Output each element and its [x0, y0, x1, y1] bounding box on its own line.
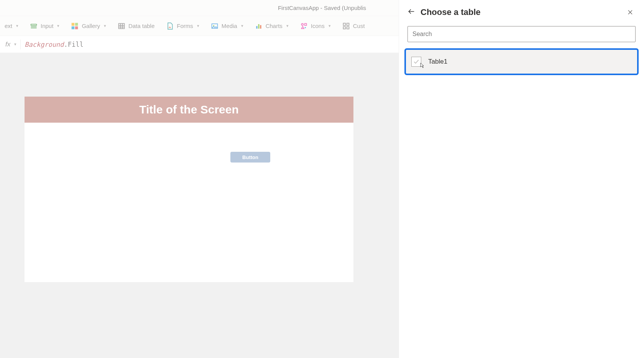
panel-header: Choose a table	[407, 7, 636, 18]
screen-canvas[interactable]: Title of the Screen Button	[25, 97, 353, 282]
svg-rect-16	[260, 25, 261, 28]
icons-icon	[300, 22, 308, 30]
ribbon-text[interactable]: ext ▾	[5, 23, 18, 29]
ribbon-gallery[interactable]: Gallery ▾	[71, 22, 106, 30]
close-icon	[627, 9, 633, 15]
svg-rect-7	[118, 23, 124, 28]
ribbon-data-table[interactable]: Data table	[118, 22, 154, 30]
chevron-down-icon: ▾	[286, 23, 289, 28]
fx-label: fx	[5, 41, 10, 48]
svg-rect-4	[75, 23, 78, 25]
close-button[interactable]	[625, 7, 636, 18]
chevron-down-icon: ▾	[197, 23, 199, 28]
table-item-table1[interactable]: Table1	[404, 48, 639, 75]
chevron-down-icon: ▾	[57, 23, 59, 28]
formula-error-token: Background	[25, 41, 64, 48]
chevron-down-icon: ▾	[329, 23, 331, 28]
divider	[20, 39, 21, 49]
ribbon-label: Charts	[266, 23, 283, 29]
ribbon-label: Data table	[128, 23, 154, 29]
arrow-left-icon	[407, 8, 415, 15]
screen-title-text: Title of the Screen	[139, 103, 239, 116]
ribbon-label: ext	[5, 23, 12, 29]
app-title-text: FirstCanvasApp - Saved (Unpublis	[278, 5, 366, 11]
charts-icon	[255, 22, 263, 30]
input-icon	[30, 22, 38, 30]
svg-rect-14	[256, 26, 257, 29]
svg-rect-19	[343, 23, 345, 25]
data-table-icon	[118, 22, 125, 30]
svg-point-17	[301, 23, 303, 25]
svg-rect-6	[75, 26, 78, 29]
gallery-icon	[71, 22, 79, 30]
svg-rect-20	[347, 23, 349, 25]
ribbon-label: Input	[41, 23, 53, 29]
chevron-down-icon: ▾	[241, 23, 243, 28]
screen-title-label[interactable]: Title of the Screen	[25, 97, 353, 123]
chevron-down-icon[interactable]: ▾	[14, 42, 16, 47]
ribbon-label: Forms	[177, 23, 193, 29]
search-input[interactable]	[412, 31, 631, 38]
svg-rect-22	[347, 26, 349, 29]
svg-rect-21	[343, 26, 345, 29]
panel-title: Choose a table	[421, 7, 619, 17]
ribbon-charts[interactable]: Charts ▾	[255, 22, 289, 30]
svg-rect-15	[258, 24, 259, 29]
ribbon-label: Gallery	[82, 23, 100, 29]
canvas-button-label: Button	[242, 154, 258, 160]
table-list: Table1	[404, 48, 639, 75]
chevron-down-icon: ▾	[16, 23, 18, 28]
back-button[interactable]	[407, 8, 415, 17]
ribbon-custom[interactable]: Cust	[342, 22, 365, 30]
ribbon-label: Icons	[311, 23, 325, 29]
svg-rect-3	[72, 23, 75, 25]
ribbon-media[interactable]: Media ▾	[211, 22, 243, 30]
svg-rect-5	[72, 26, 75, 29]
formula-text[interactable]: Background.Fill	[25, 41, 84, 48]
choose-table-panel: Choose a table Table1	[399, 0, 644, 358]
ribbon-label: Media	[222, 23, 237, 29]
formula-rest-token: .Fill	[64, 41, 84, 48]
table-name: Table1	[428, 58, 447, 66]
svg-rect-0	[31, 24, 37, 25]
forms-icon	[166, 22, 174, 30]
svg-rect-18	[305, 23, 307, 25]
canvas-button[interactable]: Button	[230, 152, 270, 163]
ribbon-label: Cust	[353, 23, 365, 29]
chevron-down-icon: ▾	[104, 23, 106, 28]
cursor-pointer-icon	[419, 62, 425, 71]
custom-icon	[342, 22, 350, 30]
ribbon-input[interactable]: Input ▾	[30, 22, 59, 30]
media-icon	[211, 22, 219, 30]
ribbon-icons[interactable]: Icons ▾	[300, 22, 331, 30]
table-checkbox[interactable]	[411, 57, 421, 67]
panel-search[interactable]	[407, 26, 636, 42]
ribbon-forms[interactable]: Forms ▾	[166, 22, 199, 30]
